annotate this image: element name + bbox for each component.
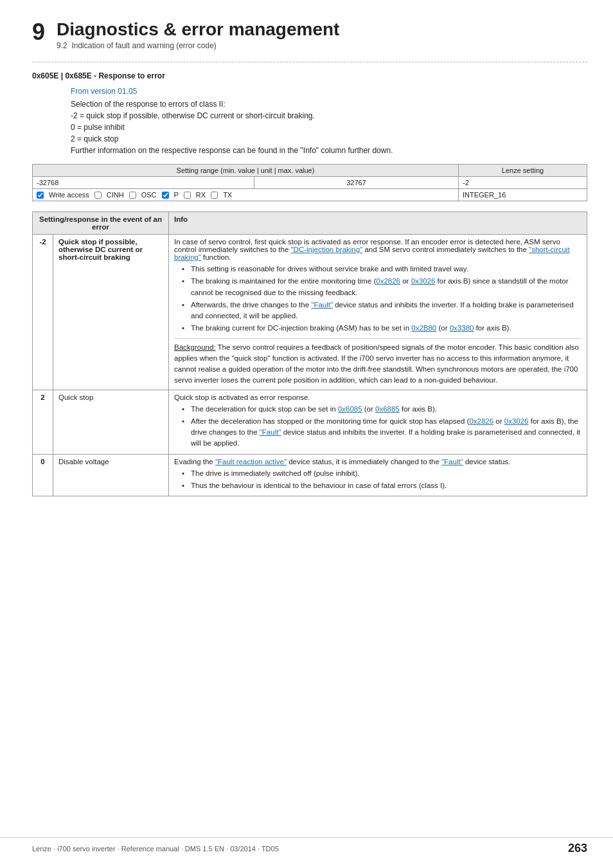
row-info-2: Quick stop is activated as error respons… bbox=[169, 390, 587, 454]
row-setting-0: Disable voltage bbox=[53, 454, 169, 496]
version-label: From version 01.05 bbox=[71, 87, 587, 96]
settings-table: Setting range (min. value | unit | max. … bbox=[32, 164, 587, 201]
main-table-col2-header: Info bbox=[169, 212, 587, 235]
footer-page-number: 263 bbox=[568, 842, 587, 855]
row-num-0: 0 bbox=[33, 454, 53, 496]
settings-col2-header: Lenze setting bbox=[459, 165, 587, 177]
row-setting-minus2: Quick stop if possible, otherwise DC cur… bbox=[53, 235, 169, 390]
desc-line-2: -2 = quick stop if possible, otherwise D… bbox=[71, 110, 587, 122]
description-block: From version 01.05 Selection of the resp… bbox=[71, 87, 587, 156]
cinh-checkbox[interactable] bbox=[94, 192, 102, 199]
desc-line-4: 2 = quick stop bbox=[71, 133, 587, 145]
chapter-number: 9 bbox=[32, 19, 45, 45]
desc-line-5: Further information on the respective re… bbox=[71, 145, 587, 156]
tx-label: TX bbox=[223, 191, 232, 199]
page-header: 9 Diagnostics & error management 9.2 Ind… bbox=[32, 19, 587, 50]
row-info-0: Evading the "Fault reaction active" devi… bbox=[169, 454, 587, 496]
rx-label: RX bbox=[196, 191, 206, 199]
main-table-col1-header: Setting/response in the event of an erro… bbox=[33, 212, 169, 235]
settings-col1-header: Setting range (min. value | unit | max. … bbox=[33, 165, 459, 177]
section-title: 0x605E | 0x685E - Response to error bbox=[32, 71, 587, 80]
osc-checkbox[interactable] bbox=[129, 192, 136, 199]
write-access-checkbox[interactable] bbox=[37, 192, 44, 199]
row-num-minus2: -2 bbox=[33, 235, 53, 390]
desc-line-3: 0 = pulse inhibit bbox=[71, 122, 587, 133]
footer-left-text: Lenze · i700 servo inverter · Reference … bbox=[32, 845, 279, 853]
rx-checkbox[interactable] bbox=[184, 192, 191, 199]
table-row: -2 Quick stop if possible, otherwise DC … bbox=[33, 235, 587, 390]
chapter-title: Diagnostics & error management bbox=[57, 19, 587, 40]
p-label: P bbox=[174, 191, 179, 199]
settings-access-row: Write access CINH OSC P RX TX bbox=[33, 189, 459, 201]
tx-checkbox[interactable] bbox=[211, 192, 218, 199]
settings-max-value: 32767 bbox=[254, 177, 458, 189]
settings-lenze-value: -2 bbox=[459, 177, 587, 189]
osc-label: OSC bbox=[141, 191, 157, 199]
table-row: 0 Disable voltage Evading the "Fault rea… bbox=[33, 454, 587, 496]
page-footer: Lenze · i700 servo inverter · Reference … bbox=[0, 837, 613, 855]
settings-datatype: INTEGER_16 bbox=[459, 189, 587, 201]
desc-line-1: Selection of the response to errors of c… bbox=[71, 98, 587, 110]
row-info-minus2: In case of servo control, first quick st… bbox=[169, 235, 587, 390]
settings-min-value: -32768 bbox=[33, 177, 254, 189]
row-num-2: 2 bbox=[33, 390, 53, 454]
cinh-label: CINH bbox=[107, 191, 124, 199]
main-table: Setting/response in the event of an erro… bbox=[32, 212, 587, 496]
row-setting-2: Quick stop bbox=[53, 390, 169, 454]
write-access-label: Write access bbox=[49, 191, 89, 199]
section-divider bbox=[32, 62, 587, 62]
p-checkbox[interactable] bbox=[162, 192, 169, 199]
section-number: 9.2 Indication of fault and warning (err… bbox=[57, 41, 587, 50]
table-row: 2 Quick stop Quick stop is activated as … bbox=[33, 390, 587, 454]
